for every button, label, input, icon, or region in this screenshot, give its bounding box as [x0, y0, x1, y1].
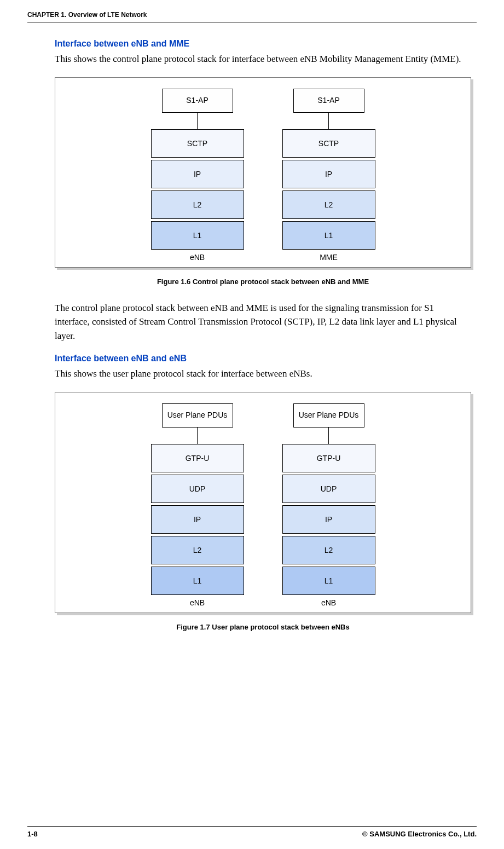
fig2-left-node: eNB [190, 598, 205, 607]
fig1-right-layer3: L1 [282, 221, 375, 250]
fig2-right-layer4: L1 [282, 567, 375, 595]
copyright: © SAMSUNG Electronics Co., Ltd. [362, 830, 477, 838]
connector [197, 428, 198, 444]
fig2-right-node: eNB [321, 598, 336, 607]
fig2-left-layer0: GTP-U [151, 444, 244, 472]
figure-1-7-caption: Figure 1.7 User plane protocol stack bet… [55, 623, 471, 631]
fig1-left-stack: S1-AP SCTP IP L2 L1 eNB [148, 89, 247, 262]
fig1-right-layer2: L2 [282, 190, 375, 219]
section2-title: Interface between eNB and eNB [55, 354, 471, 363]
figure-1-6-caption: Figure 1.6 Control plane protocol stack … [55, 278, 471, 286]
page-number: 1-8 [27, 830, 38, 838]
fig2-left-stack: User Plane PDUs GTP-U UDP IP L2 L1 eNB [148, 403, 247, 607]
fig1-right-layer0: SCTP [282, 129, 375, 158]
fig1-left-layer2: L2 [151, 190, 244, 219]
chapter-header: CHAPTER 1. Overview of LTE Network [27, 11, 477, 22]
page-footer: 1-8 © SAMSUNG Electronics Co., Ltd. [27, 826, 477, 838]
fig2-right-stack: User Plane PDUs GTP-U UDP IP L2 L1 eNB [280, 403, 378, 607]
fig1-left-top: S1-AP [162, 89, 233, 113]
fig1-right-node: MME [320, 253, 338, 262]
figure-1-6: S1-AP SCTP IP L2 L1 eNB S1-AP SCTP IP L2… [55, 77, 471, 268]
fig2-right-layer2: IP [282, 505, 375, 534]
fig1-left-layer0: SCTP [151, 129, 244, 158]
fig1-right-stack: S1-AP SCTP IP L2 L1 MME [280, 89, 378, 262]
fig2-right-top: User Plane PDUs [293, 403, 364, 428]
fig1-right-top: S1-AP [293, 89, 364, 113]
fig1-left-node: eNB [190, 253, 205, 262]
fig1-left-layer1: IP [151, 160, 244, 188]
page-content: Interface between eNB and MME This shows… [27, 39, 477, 631]
figure-1-7: User Plane PDUs GTP-U UDP IP L2 L1 eNB U… [55, 392, 471, 613]
fig2-right-layer0: GTP-U [282, 444, 375, 472]
section1-after: The control plane protocol stack between… [55, 301, 471, 343]
connector [197, 113, 198, 129]
fig1-right-layer1: IP [282, 160, 375, 188]
fig2-left-layer3: L2 [151, 536, 244, 564]
fig2-left-layer4: L1 [151, 567, 244, 595]
section2-intro: This shows the user plane protocol stack… [55, 367, 471, 381]
fig2-right-layer3: L2 [282, 536, 375, 564]
fig2-left-layer2: IP [151, 505, 244, 534]
fig2-left-layer1: UDP [151, 475, 244, 503]
section1-intro: This shows the control plane protocol st… [55, 52, 471, 66]
section1-title: Interface between eNB and MME [55, 39, 471, 49]
fig1-left-layer3: L1 [151, 221, 244, 250]
connector [328, 113, 329, 129]
connector [328, 428, 329, 444]
fig2-left-top: User Plane PDUs [162, 403, 233, 428]
fig2-right-layer1: UDP [282, 475, 375, 503]
